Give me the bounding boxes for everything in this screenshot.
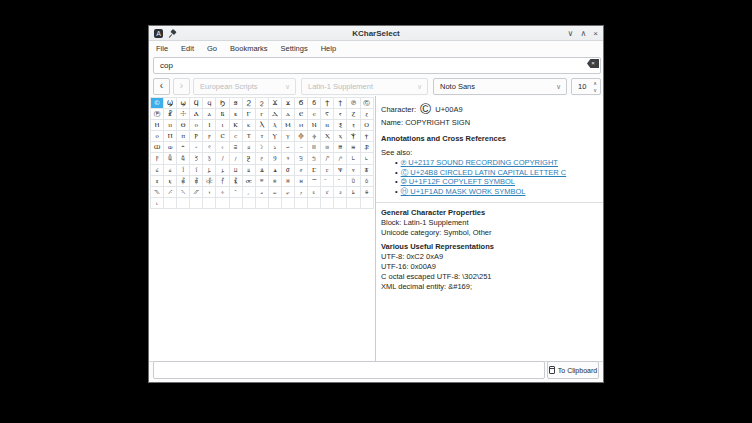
grid-cell[interactable]: ⲵ [216, 142, 229, 153]
grid-cell[interactable]: Ⲑ [177, 120, 190, 131]
grid-cell[interactable]: ⲋ [334, 109, 347, 120]
grid-cell[interactable]: ⳉ [256, 153, 269, 164]
grid-cell[interactable]: ⳳ [361, 176, 374, 187]
grid-cell[interactable]: ⲿ [347, 142, 360, 153]
see-also-link[interactable]: ℗ U+2117 SOUND RECORDING COPYRIGHT [401, 158, 558, 167]
menu-edit[interactable]: Edit [181, 44, 194, 53]
grid-cell[interactable]: ⲕ [243, 120, 256, 131]
grid-cell[interactable] [256, 198, 269, 209]
grid-cell[interactable]: Ⳙ [230, 165, 243, 176]
grid-cell[interactable]: 𐋥 [308, 187, 321, 198]
grid-cell[interactable]: Ⲅ [243, 109, 256, 120]
grid-cell[interactable] [177, 198, 190, 209]
menu-bookmarks[interactable]: Bookmarks [230, 44, 268, 53]
grid-cell[interactable] [308, 198, 321, 209]
grid-cell[interactable]: ⲃ [230, 109, 243, 120]
grid-cell[interactable]: Ⲉ [295, 109, 308, 120]
grid-cell[interactable]: ⲇ [282, 109, 295, 120]
grid-cell[interactable]: Ⲥ [216, 131, 229, 142]
grid-cell[interactable]: ⲓ [216, 120, 229, 131]
grid-cell[interactable]: Ϧ [216, 98, 229, 109]
grid-cell[interactable]: 𐋢 [269, 187, 282, 198]
grid-cell[interactable]: Ⳕ [177, 165, 190, 176]
grid-cell[interactable]: Ϩ [243, 98, 256, 109]
grid-cell[interactable]: ⲻ [295, 142, 308, 153]
grid-cell[interactable]: Ⲣ [190, 131, 203, 142]
grid-cell[interactable]: ☧ [164, 109, 177, 120]
grid-cell[interactable]: ⲷ [243, 142, 256, 153]
grid-cell[interactable]: ⲳ [190, 142, 203, 153]
grid-cell[interactable]: Ⳗ [203, 165, 216, 176]
grid-cell[interactable]: ⳤ [164, 176, 177, 187]
forward-button[interactable]: › [173, 78, 190, 95]
grid-cell[interactable]: Ⲫ [295, 131, 308, 142]
grid-cell[interactable]: ⳗ [216, 165, 229, 176]
grid-cell[interactable]: 𐋧 [334, 187, 347, 198]
grid-cell[interactable]: Ⲝ [334, 120, 347, 131]
grid-cell[interactable]: ⳹ [151, 187, 164, 198]
grid-cell[interactable]: ⲹ [269, 142, 282, 153]
font-combobox[interactable]: Noto Sans ∨ [433, 78, 567, 95]
see-also-link[interactable]: Ⓒ U+24B8 CIRCLED LATIN CAPITAL LETTER C [401, 168, 567, 177]
grid-cell[interactable] [216, 198, 229, 209]
grid-cell[interactable]: Ⳝ [282, 165, 295, 176]
script-combobox[interactable]: European Scripts ∨ [193, 78, 296, 95]
grid-cell[interactable]: 𐋡 [256, 187, 269, 198]
grid-cell[interactable]: ⳽ [203, 187, 216, 198]
pin-icon[interactable] [169, 30, 177, 38]
grid-cell[interactable]: Ⲩ [269, 131, 282, 142]
grid-cell[interactable]: Ⲇ [269, 109, 282, 120]
grid-cell[interactable]: Ⳬ [256, 176, 269, 187]
grid-cell[interactable]: Ⲃ [216, 109, 229, 120]
grid-cell[interactable]: ⳾ [216, 187, 229, 198]
grid-cell[interactable]: ⳋ [282, 153, 295, 164]
grid-cell[interactable]: Ⳑ [347, 153, 360, 164]
grid-cell[interactable]: ϭ [308, 98, 321, 109]
grid-cell[interactable]: Ⳉ [243, 153, 256, 164]
grid-cell[interactable]: ⲭ [334, 131, 347, 142]
grid-cell[interactable]: ⳕ [190, 165, 203, 176]
grid-cell[interactable]: ⲅ [256, 109, 269, 120]
grid-cell[interactable]: Ⳓ [151, 165, 164, 176]
grid-cell[interactable]: ⳰ [321, 176, 334, 187]
see-also-link[interactable]: 🄯 U+1F12F COPYLEFT SYMBOL [401, 177, 515, 186]
grid-cell[interactable]: Ⳣ [361, 165, 374, 176]
menu-go[interactable]: Go [207, 44, 217, 53]
grid-cell[interactable]: ⲱ [164, 142, 177, 153]
see-also-link[interactable]: 🆭 U+1F1AD MASK WORK SYMBOL [401, 187, 526, 196]
grid-cell[interactable]: Ϫ [269, 98, 282, 109]
grid-cell[interactable]: ⳁ [151, 153, 164, 164]
grid-cell[interactable]: ⳓ [164, 165, 177, 176]
grid-cell[interactable]: ⳣ [151, 176, 164, 187]
grid-cell[interactable]: Ⳳ [347, 176, 360, 187]
grid-cell[interactable] [321, 198, 334, 209]
to-clipboard-button[interactable]: To Clipboard [547, 361, 599, 379]
grid-cell[interactable]: ⲩ [282, 131, 295, 142]
grid-cell[interactable]: ⳑ [361, 153, 374, 164]
grid-cell[interactable]: ⲍ [361, 109, 374, 120]
grid-cell[interactable]: ϩ [256, 98, 269, 109]
grid-cell[interactable]: ⳧ [203, 176, 216, 187]
grid-cell[interactable]: Ⲿ [334, 142, 347, 153]
grid-cell[interactable]: ⳟ [321, 165, 334, 176]
grid-cell[interactable] [203, 198, 216, 209]
grid-cell[interactable] [190, 198, 203, 209]
grid-cell[interactable]: ⳛ [269, 165, 282, 176]
grid-cell[interactable]: Ⲵ [203, 142, 216, 153]
grid-cell[interactable]: 𐋩 [361, 187, 374, 198]
spin-down-icon[interactable]: ∨ [593, 87, 597, 94]
grid-cell[interactable]: ☩ [177, 109, 190, 120]
grid-cell[interactable] [243, 198, 256, 209]
grid-cell[interactable]: Ⲧ [243, 131, 256, 142]
grid-cell[interactable]: ⲏ [164, 120, 177, 131]
grid-cell[interactable]: Ⲻ [282, 142, 295, 153]
grid-cell[interactable] [269, 198, 282, 209]
maximize-button[interactable]: ∧ [580, 29, 586, 38]
grid-cell[interactable]: ⲗ [269, 120, 282, 131]
grid-cell[interactable]: ⳦ [190, 176, 203, 187]
grid-cell[interactable]: Ϣ [164, 98, 177, 109]
grid-cell[interactable]: Ⳃ [164, 153, 177, 164]
grid-cell[interactable]: Ⲏ [151, 120, 164, 131]
grid-cell[interactable]: Ⲕ [230, 120, 243, 131]
grid-cell[interactable]: 𐋨 [347, 187, 360, 198]
